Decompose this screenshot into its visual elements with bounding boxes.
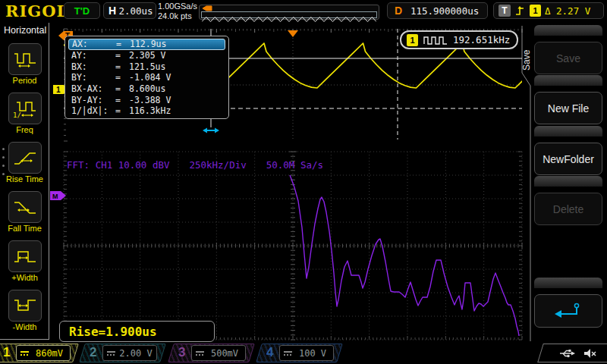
trigger-source-badge: 1 bbox=[530, 5, 541, 17]
channel4-badge[interactable]: 4 100 V bbox=[256, 344, 343, 362]
system-status-box bbox=[537, 344, 607, 362]
equals: = bbox=[116, 39, 130, 49]
measure-item-rise-time[interactable]: Rise Time bbox=[0, 142, 49, 184]
cursor-row-ay: AY: = 2.305 V bbox=[68, 50, 225, 61]
equals: = bbox=[115, 61, 129, 72]
channel2-number: 2 bbox=[90, 345, 96, 360]
svg-text:1/: 1/ bbox=[13, 111, 21, 118]
trigger-status-badge[interactable]: T'D bbox=[64, 2, 100, 19]
cursor-row-byay: BY-AY: = -3.388 V bbox=[68, 94, 225, 105]
cursor-drag-icon bbox=[203, 128, 219, 133]
new-folder-button[interactable]: NewFolder bbox=[534, 143, 602, 175]
cursor-row-bx: BX: = 121.5us bbox=[68, 61, 225, 72]
cursor-value: -3.388 V bbox=[129, 95, 171, 105]
cursor-label: BY: bbox=[71, 72, 115, 83]
cursor-value: 116.3kHz bbox=[129, 105, 171, 116]
fft-settings-label: FFT: CH1 10.00 dBV250kHz/Div50.0M Sa/s bbox=[67, 159, 343, 171]
trigger-settings-badge[interactable]: T 1 Δ 2.27 V bbox=[493, 2, 604, 19]
dc-coupling-icon bbox=[107, 351, 115, 356]
cursor-label: BX-AX: bbox=[71, 83, 115, 94]
dc-coupling-icon bbox=[284, 351, 292, 356]
save-menu-tab: Save bbox=[521, 36, 532, 83]
menu-back-button[interactable] bbox=[534, 294, 602, 328]
save-button[interactable]: Save bbox=[534, 42, 602, 74]
horizontal-label: H bbox=[109, 5, 116, 17]
cursor-measurement-panel: AX: = 112.9us AY: = 2.305 V BX: = 121.5u… bbox=[64, 36, 229, 119]
fft-source: FFT: CH1 10.00 dBV bbox=[67, 159, 169, 171]
menu-slot-cap bbox=[534, 75, 602, 86]
svg-text:1: 1 bbox=[56, 86, 61, 94]
square-wave-icon bbox=[423, 35, 448, 46]
channel4-number: 4 bbox=[266, 345, 273, 360]
measure-item-plus-width[interactable]: +Width bbox=[0, 240, 49, 282]
rigol-logo: RIGOL bbox=[5, 2, 68, 20]
cursor-row-freq: 1/|dX|: = 116.3kHz bbox=[68, 105, 225, 117]
equals: = bbox=[115, 50, 129, 61]
channel4-scale-box: 100 V bbox=[279, 345, 334, 361]
memory-waveform-preview[interactable] bbox=[199, 5, 379, 20]
cursor-value: -1.084 V bbox=[129, 72, 171, 83]
measure-item-label: -Width bbox=[0, 322, 49, 331]
measure-sidebar-title: Horizontal bbox=[4, 25, 46, 36]
channel3-badge[interactable]: 3 500mV bbox=[168, 344, 255, 362]
measurement-result-popup: Rise=1.900us bbox=[59, 321, 215, 342]
channel1-badge[interactable]: 1 860mV bbox=[0, 344, 79, 362]
channel1-scale-box: 860mV bbox=[16, 345, 71, 361]
channel2-badge[interactable]: 2 2.00 V bbox=[79, 344, 166, 362]
plus-width-icon bbox=[8, 240, 42, 272]
delay-badge[interactable]: D 115.900000us bbox=[387, 2, 488, 19]
speaker-muted-icon bbox=[583, 347, 598, 359]
fft-scale: 250kHz/Div bbox=[189, 159, 246, 171]
cursor-value: 121.5us bbox=[129, 61, 165, 72]
menu-slot-cap bbox=[534, 126, 602, 136]
dc-coupling-icon bbox=[196, 351, 204, 356]
cursor-label: BX: bbox=[71, 61, 115, 72]
svg-text:M: M bbox=[52, 193, 58, 200]
delay-label: D bbox=[395, 5, 402, 17]
measure-item-fall-time[interactable]: Fall Time bbox=[0, 191, 49, 233]
cursor-label: BY-AY: bbox=[71, 95, 115, 105]
trigger-position-icon bbox=[288, 30, 298, 37]
new-file-button[interactable]: New File bbox=[534, 92, 602, 124]
trigger-label: T bbox=[498, 5, 511, 17]
cursor-label: 1/|dX|: bbox=[71, 105, 115, 116]
counter-channel-badge: 1 bbox=[407, 34, 418, 46]
window-position-icon bbox=[202, 5, 212, 11]
channel1-number: 1 bbox=[3, 345, 10, 360]
measure-item-minus-width[interactable]: -Width bbox=[0, 290, 49, 331]
measure-item-period[interactable]: Period bbox=[0, 43, 49, 85]
preview-wave-box bbox=[201, 11, 377, 18]
equals: = bbox=[115, 105, 129, 116]
measure-sidebar: Horizontal Period 1/ Freq bbox=[0, 23, 49, 340]
menu-slot-cap bbox=[534, 176, 602, 187]
cursor-row-by: BY: = -1.084 V bbox=[68, 72, 225, 83]
measure-item-label: Rise Time bbox=[0, 174, 49, 184]
math-offset-flag-icon bbox=[50, 191, 66, 200]
measure-item-label: Fall Time bbox=[0, 224, 49, 233]
top-status-bar: RIGOL T'D H 2.00us 1.00GSa/s 24.0k pts D… bbox=[0, 0, 607, 23]
sample-rate: 1.00GSa/s bbox=[158, 2, 197, 11]
dc-coupling-icon bbox=[20, 351, 29, 356]
preview-wave-icon bbox=[202, 16, 376, 23]
menu-slot-cap bbox=[534, 278, 602, 288]
horizontal-scale-value: 2.00us bbox=[116, 5, 156, 17]
cursor-value: 112.9us bbox=[130, 39, 166, 49]
period-icon bbox=[8, 43, 42, 75]
measure-item-label: Period bbox=[0, 76, 49, 85]
measure-item-label: Freq bbox=[0, 125, 49, 134]
equals: = bbox=[115, 72, 129, 83]
delete-button[interactable]: Delete bbox=[534, 193, 602, 225]
trigger-level-value: Δ 2.27 V bbox=[545, 5, 590, 17]
acquisition-info: 1.00GSa/s 24.0k pts bbox=[158, 2, 197, 21]
cursor-value: 2.305 V bbox=[129, 50, 165, 61]
horizontal-scale-badge[interactable]: H 2.00us bbox=[103, 2, 156, 19]
delay-value: 115.900000us bbox=[402, 5, 487, 17]
channel3-number: 3 bbox=[178, 345, 185, 360]
cursor-row-ax[interactable]: AX: = 112.9us bbox=[68, 39, 225, 50]
measure-item-freq[interactable]: 1/ Freq bbox=[0, 93, 49, 134]
memory-depth: 24.0k pts bbox=[158, 11, 197, 21]
channel4-scale: 100 V bbox=[292, 348, 333, 359]
return-arrow-icon bbox=[552, 301, 585, 321]
cursor-label: AY: bbox=[71, 50, 115, 61]
channel3-scale: 500mV bbox=[204, 348, 245, 359]
